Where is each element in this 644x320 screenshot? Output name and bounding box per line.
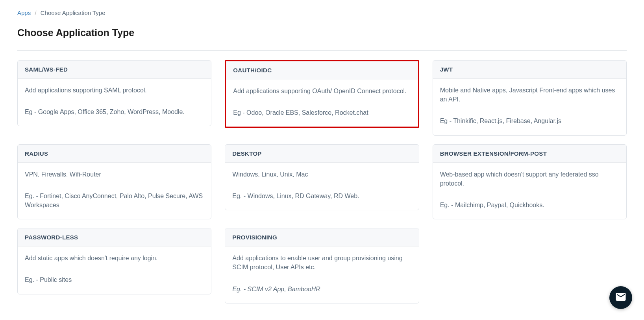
card-password-less[interactable]: PASSWORD-LESSAdd static apps which doesn… — [17, 228, 211, 294]
breadcrumb-parent-link[interactable]: Apps — [17, 9, 31, 16]
card-oauth-oidc[interactable]: OAUTH/OIDCAdd applications supporting OA… — [225, 60, 419, 128]
card-description: Add static apps which doesn't require an… — [25, 254, 204, 263]
card-body: Add static apps which doesn't require an… — [18, 246, 211, 294]
card-example: Eg. - SCIM v2 App, BambooHR — [232, 285, 411, 294]
card-title: DESKTOP — [225, 145, 418, 163]
card-title: SAML/WS-FED — [18, 61, 211, 79]
card-description: Windows, Linux, Unix, Mac — [232, 170, 411, 179]
divider — [17, 50, 627, 51]
card-body: Add applications supporting SAML protoco… — [18, 79, 211, 126]
card-description: Add applications supporting OAuth/ OpenI… — [233, 86, 411, 96]
app-type-grid: SAML/WS-FEDAdd applications supporting S… — [17, 60, 627, 303]
card-example: Eg. - Mailchimp, Paypal, Quickbooks. — [440, 200, 619, 210]
card-provisioning[interactable]: PROVISIONINGAdd applications to enable u… — [225, 228, 419, 303]
card-title: RADIUS — [18, 145, 211, 163]
card-body: Add applications supporting OAuth/ OpenI… — [226, 79, 418, 127]
card-jwt[interactable]: JWTMobile and Native apps, Javascript Fr… — [433, 60, 627, 136]
card-example: Eg. - Windows, Linux, RD Gateway, RD Web… — [232, 191, 411, 200]
card-body: Mobile and Native apps, Javascript Front… — [433, 79, 626, 135]
chat-fab[interactable] — [609, 286, 632, 309]
card-browser-extension-form-post[interactable]: BROWSER EXTENSION/FORM-POSTWeb-based app… — [433, 144, 627, 220]
card-description: Web-based app which doesn't support any … — [440, 170, 619, 188]
card-radius[interactable]: RADIUSVPN, Firewalls, Wifi-RouterEg. - F… — [17, 144, 211, 220]
card-body: Windows, Linux, Unix, MacEg. - Windows, … — [225, 163, 418, 210]
card-title: PASSWORD-LESS — [18, 228, 211, 246]
card-example: Eg - Odoo, Oracle EBS, Salesforce, Rocke… — [233, 108, 411, 117]
card-body: Web-based app which doesn't support any … — [433, 163, 626, 219]
page-title: Choose Application Type — [17, 27, 627, 39]
breadcrumb-separator: / — [35, 9, 36, 16]
card-body: Add applications to enable user and grou… — [225, 246, 418, 303]
card-saml-ws-fed[interactable]: SAML/WS-FEDAdd applications supporting S… — [17, 60, 211, 126]
mail-icon — [615, 291, 627, 304]
card-description: Add applications to enable user and grou… — [232, 254, 411, 272]
card-example: Eg - Google Apps, Office 365, Zoho, Word… — [25, 107, 204, 116]
card-title: OAUTH/OIDC — [226, 61, 418, 79]
card-description: VPN, Firewalls, Wifi-Router — [25, 170, 204, 179]
card-title: PROVISIONING — [225, 228, 418, 246]
card-title: BROWSER EXTENSION/FORM-POST — [433, 145, 626, 163]
card-body: VPN, Firewalls, Wifi-RouterEg. - Fortine… — [18, 163, 211, 219]
breadcrumb: Apps / Choose Application Type — [17, 9, 627, 16]
card-description: Add applications supporting SAML protoco… — [25, 86, 204, 95]
card-desktop[interactable]: DESKTOPWindows, Linux, Unix, MacEg. - Wi… — [225, 144, 419, 210]
breadcrumb-current: Choose Application Type — [41, 9, 105, 16]
card-description: Mobile and Native apps, Javascript Front… — [440, 86, 619, 104]
card-title: JWT — [433, 61, 626, 79]
card-example: Eg. - Fortinet, Cisco AnyConnect, Palo A… — [25, 191, 204, 210]
card-example: Eg - Thinkific, React.js, Firebase, Angu… — [440, 116, 619, 125]
card-example: Eg. - Public sites — [25, 275, 204, 284]
